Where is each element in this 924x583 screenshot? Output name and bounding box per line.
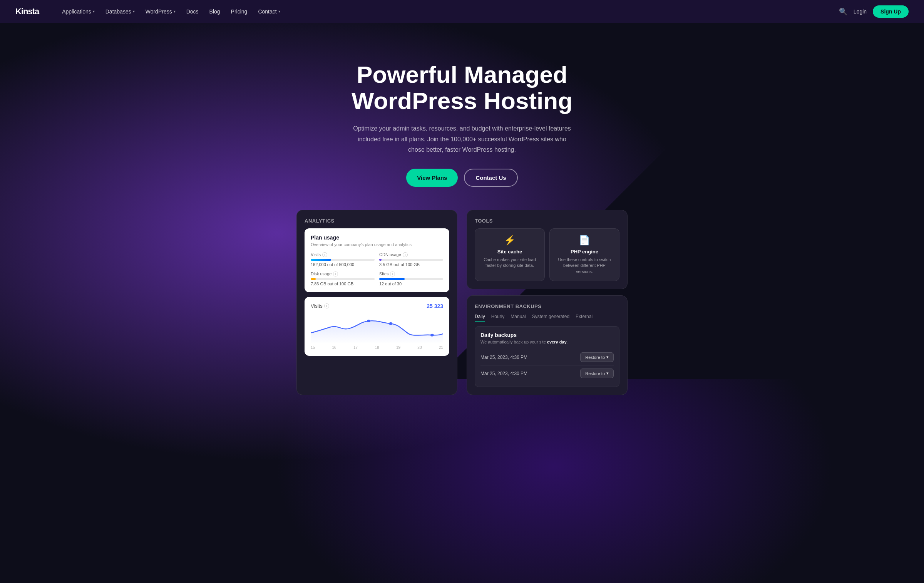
tool-site-cache[interactable]: ⚡ Site cache Cache makes your site load … [475,228,545,281]
nav-item-contact[interactable]: Contact ▾ [253,6,285,17]
navbar: Kinsta Applications ▾ Databases ▾ WordPr… [0,0,924,23]
backups-card-title: Environment backups [475,303,619,309]
cdn-value: 3.5 GB out of 100 GB [379,262,443,267]
info-icon: i [322,252,327,257]
right-column: Tools ⚡ Site cache Cache makes your site… [467,210,628,395]
restore-button-2[interactable]: Restore to ▾ [580,369,614,378]
restore-button-1[interactable]: Restore to ▾ [580,352,614,362]
visits-value: 162,000 out of 500,000 [311,262,375,267]
plan-usage-card: Plan usage Overview of your company's pl… [305,228,449,292]
disk-progress-bar [311,278,375,280]
visits-chart [311,313,443,344]
logo[interactable]: Kinsta [15,7,39,17]
tools-card: Tools ⚡ Site cache Cache makes your site… [467,210,628,289]
nav-item-databases[interactable]: Databases ▾ [101,6,139,17]
hero-subtitle: Optimize your admin tasks, resources, an… [350,123,574,155]
chevron-down-icon: ▾ [93,9,95,13]
backup-desc: We automatically back up your site every… [480,340,614,344]
tool-php-engine-name: PHP engine [554,249,614,255]
sites-value: 12 out of 30 [379,281,443,286]
chevron-down-icon: ▾ [606,355,609,360]
chart-dot [367,320,370,322]
sites-progress-fill [379,278,405,280]
analytics-card: Analytics Plan usage Overview of your co… [296,210,457,395]
visits-progress-fill [311,259,331,261]
hero-buttons: View Plans Contact Us [335,169,589,187]
cdn-progress-bar [379,259,443,261]
chevron-down-icon: ▾ [174,9,176,13]
tool-site-cache-desc: Cache makes your site load faster by sto… [480,257,540,269]
visits-progress-bar [311,259,375,261]
login-link[interactable]: Login [854,8,867,15]
sites-progress-bar [379,278,443,280]
chevron-down-icon: ▾ [606,371,609,376]
stats-grid: Visits i 162,000 out of 500,000 CDN usag… [311,252,443,286]
info-icon: i [333,271,338,276]
backup-row-2: Mar 25, 2023, 4:30 PM Restore to ▾ [480,365,614,381]
hero-content: Powerful Managed WordPress Hosting Optim… [327,23,597,210]
contact-us-button[interactable]: Contact Us [464,169,517,187]
nav-item-blog[interactable]: Blog [205,6,225,17]
nav-item-pricing[interactable]: Pricing [226,6,252,17]
nav-right: 🔍 Login Sign Up [839,5,909,18]
analytics-card-title: Analytics [305,218,449,224]
signup-button[interactable]: Sign Up [873,5,909,18]
info-icon: i [403,252,408,257]
tools-grid: ⚡ Site cache Cache makes your site load … [475,228,619,281]
plan-usage-sub: Overview of your company's plan usage an… [311,242,443,247]
tab-system-generated[interactable]: System generated [532,314,569,322]
backup-tabs: Daily Hourly Manual System generated Ext… [475,314,619,322]
nav-item-applications[interactable]: Applications ▾ [57,6,99,17]
backup-inner-title: Daily backups [480,332,614,338]
visits-chart-label: Visits i [311,303,329,309]
info-icon: i [390,271,395,276]
lightning-icon: ⚡ [480,235,540,246]
chart-svg [311,313,443,344]
hero-section: Powerful Managed WordPress Hosting Optim… [0,0,924,583]
stat-disk: Disk usage i 7.86 GB out of 100 GB [311,271,375,286]
visits-header: Visits i 25 323 [311,303,443,309]
backup-inner: Daily backups We automatically back up y… [475,326,619,387]
nav-item-wordpress[interactable]: WordPress ▾ [141,6,180,17]
info-icon: i [324,303,329,308]
cdn-progress-fill [379,259,382,261]
stat-sites: Sites i 12 out of 30 [379,271,443,286]
tool-site-cache-name: Site cache [480,249,540,255]
tab-external[interactable]: External [576,314,593,322]
disk-value: 7.86 GB out of 100 GB [311,281,375,286]
dashboard-area: Analytics Plan usage Overview of your co… [289,210,635,418]
tool-php-engine[interactable]: 📄 PHP engine Use these controls to switc… [549,228,619,281]
view-plans-button[interactable]: View Plans [406,169,458,187]
disk-label: Disk usage [311,271,331,276]
visits-chart-card: Visits i 25 323 [305,297,449,356]
tab-manual[interactable]: Manual [511,314,526,322]
chart-area [311,321,443,344]
tool-php-engine-desc: Use these controls to switch between dif… [554,257,614,275]
sites-label: Sites [379,271,388,276]
backups-card: Environment backups Daily Hourly Manual … [467,295,628,395]
tab-daily[interactable]: Daily [475,314,485,322]
hero-title: Powerful Managed WordPress Hosting [335,62,589,114]
backup-date-1: Mar 25, 2023, 4:36 PM [480,355,527,360]
chart-x-labels: 15 16 17 18 19 20 21 [311,345,443,350]
backup-date-2: Mar 25, 2023, 4:30 PM [480,371,527,376]
chart-dot [389,322,393,325]
nav-item-docs[interactable]: Docs [182,6,203,17]
nav-links: Applications ▾ Databases ▾ WordPress ▾ D… [57,6,839,17]
tools-card-title: Tools [475,218,619,224]
visits-label: Visits [311,252,321,257]
stat-cdn: CDN usage i 3.5 GB out of 100 GB [379,252,443,267]
visits-chart-count: 25 323 [427,303,443,309]
chevron-down-icon: ▾ [278,9,280,13]
chart-dot [430,334,434,337]
disk-progress-fill [311,278,316,280]
tab-hourly[interactable]: Hourly [491,314,505,322]
chevron-down-icon: ▾ [133,9,135,13]
backup-row-1: Mar 25, 2023, 4:36 PM Restore to ▾ [480,349,614,365]
search-icon[interactable]: 🔍 [839,7,847,16]
plan-usage-title: Plan usage [311,235,443,241]
php-icon: 📄 [554,235,614,246]
cdn-label: CDN usage [379,252,401,257]
stat-visits: Visits i 162,000 out of 500,000 [311,252,375,267]
